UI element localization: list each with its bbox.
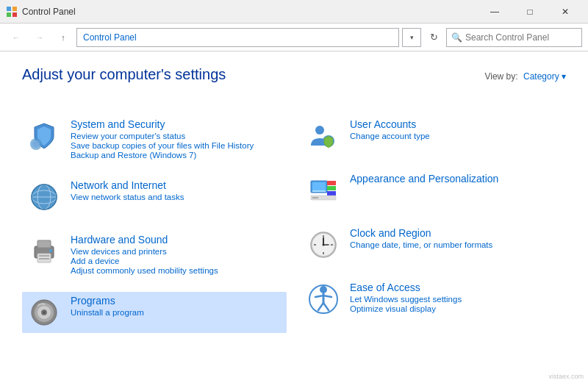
appearance-text: Appearance and Personalization [350, 173, 562, 186]
appearance-title[interactable]: Appearance and Personalization [350, 173, 562, 185]
watermark: vistaex.com [548, 373, 584, 380]
network-link-1[interactable]: View network status and tasks [71, 193, 282, 201]
window-title: Control Panel [22, 7, 478, 17]
hardware-text: Hardware and Sound View devices and prin… [71, 234, 282, 276]
appearance-icon [306, 173, 341, 208]
programs-icon [26, 295, 62, 330]
svg-rect-3 [12, 12, 17, 17]
back-button[interactable]: ← [6, 27, 26, 48]
hardware-link-2[interactable]: Add a device [71, 257, 282, 265]
svg-rect-2 [7, 12, 11, 17]
hardware-icon [26, 234, 62, 269]
user-link-1[interactable]: Change account type [350, 132, 562, 140]
network-text: Network and Internet View network status… [71, 179, 282, 202]
programs-text: Programs Uninstall a program [71, 295, 282, 318]
page-title: Adjust your computer's settings [22, 66, 226, 83]
search-icon: 🔍 [451, 32, 462, 43]
system-link-3[interactable]: Backup and Restore (Windows 7) [71, 151, 282, 160]
category-system[interactable]: System and Security Review your computer… [22, 115, 287, 163]
hardware-link-1[interactable]: View devices and printers [71, 247, 282, 256]
svg-point-21 [43, 311, 46, 314]
category-network[interactable]: Network and Internet View network status… [22, 176, 287, 218]
search-input[interactable] [465, 32, 577, 43]
programs-link-1[interactable]: Uninstall a program [71, 308, 282, 317]
ease-link-1[interactable]: Let Windows suggest settings [350, 295, 562, 304]
clock-link-1[interactable]: Change date, time, or number formats [350, 240, 562, 249]
svg-rect-29 [327, 191, 336, 196]
address-bar: ← → ↑ Control Panel ▾ ↻ 🔍 [0, 24, 588, 51]
search-box: 🔍 [446, 28, 582, 47]
network-icon [26, 179, 62, 215]
category-ease[interactable]: Ease of Access Let Windows suggest setti… [301, 279, 566, 320]
category-programs[interactable]: Programs Uninstall a program [22, 292, 287, 333]
viewby-dropdown[interactable]: Category ▾ [523, 71, 566, 82]
category-hardware[interactable]: Hardware and Sound View devices and prin… [22, 231, 287, 279]
ease-title[interactable]: Ease of Access [350, 282, 562, 293]
category-user[interactable]: User Accounts Change account type [301, 115, 566, 157]
viewby-label: View by: Category ▾ [484, 71, 566, 82]
window-controls: — □ ✕ [478, 0, 582, 24]
refresh-button[interactable]: ↻ [424, 28, 443, 47]
user-title[interactable]: User Accounts [350, 118, 562, 130]
address-dropdown-button[interactable]: ▾ [402, 28, 421, 47]
svg-point-16 [49, 249, 52, 252]
clock-icon [306, 227, 341, 262]
svg-point-5 [32, 140, 40, 148]
hardware-link-3[interactable]: Adjust commonly used mobility settings [71, 266, 282, 275]
network-title[interactable]: Network and Internet [71, 179, 282, 191]
svg-rect-25 [312, 182, 326, 190]
svg-rect-27 [327, 181, 336, 185]
categories-right: User Accounts Change account type [301, 115, 566, 346]
user-text: User Accounts Change account type [350, 118, 562, 141]
system-text: System and Security Review your computer… [71, 118, 282, 160]
categories-container: System and Security Review your computer… [22, 115, 566, 346]
forward-button[interactable]: → [29, 27, 50, 48]
ease-link-2[interactable]: Optimize visual display [350, 304, 562, 313]
svg-rect-14 [39, 255, 49, 257]
svg-point-22 [315, 126, 324, 135]
svg-rect-1 [12, 7, 17, 11]
ease-icon [306, 282, 341, 317]
system-icon [26, 118, 62, 154]
svg-rect-0 [7, 7, 11, 11]
ease-text: Ease of Access Let Windows suggest setti… [350, 282, 562, 314]
minimize-button[interactable]: — [478, 0, 512, 24]
category-clock[interactable]: Clock and Region Change date, time, or n… [301, 224, 566, 265]
main-content: Adjust your computer's settings View by:… [0, 51, 588, 383]
title-bar: Control Panel — □ ✕ [0, 0, 588, 24]
svg-rect-15 [39, 258, 49, 259]
category-appearance[interactable]: Appearance and Personalization [301, 170, 566, 211]
up-button[interactable]: ↑ [53, 27, 74, 48]
system-title[interactable]: System and Security [71, 118, 282, 130]
programs-title[interactable]: Programs [71, 295, 282, 307]
maximize-button[interactable]: □ [513, 0, 547, 24]
app-icon [6, 6, 18, 18]
system-link-1[interactable]: Review your computer's status [71, 132, 282, 140]
close-button[interactable]: ✕ [548, 0, 582, 24]
user-icon [306, 118, 341, 154]
categories-left: System and Security Review your computer… [22, 115, 301, 346]
svg-rect-26 [312, 190, 326, 192]
clock-text: Clock and Region Change date, time, or n… [350, 227, 562, 250]
svg-rect-31 [312, 197, 318, 198]
system-link-2[interactable]: Save backup copies of your files with Fi… [71, 141, 282, 150]
clock-title[interactable]: Clock and Region [350, 227, 562, 239]
svg-rect-12 [37, 240, 51, 248]
address-path: Control Panel [76, 28, 399, 47]
hardware-title[interactable]: Hardware and Sound [71, 234, 282, 246]
svg-rect-28 [327, 186, 336, 190]
breadcrumb-root[interactable]: Control Panel [83, 32, 137, 43]
